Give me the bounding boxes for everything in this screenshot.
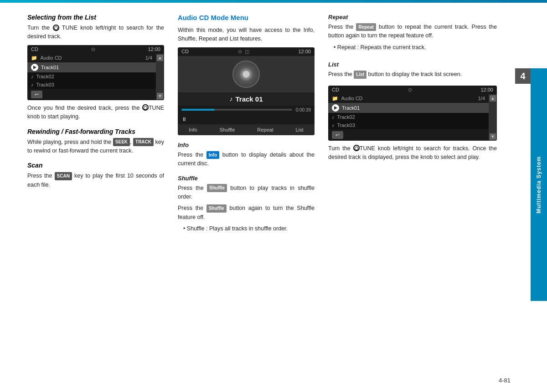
folder-row-left: 📁 Audio CD 1/4 [27,54,156,62]
scroll-up-right[interactable]: ▲ [490,95,496,102]
cd-screen-header-left: CD ⊙ 12:00 [27,45,164,54]
cd-footer-right: ↩ [328,129,489,141]
audio-cd-mode-intro: Within this mode, you will have access t… [178,26,315,44]
cd-big-screen: CD ⊙ ◫ 12:00 ♪ Track 01 0:00:39 [178,47,315,135]
scroll-down-right[interactable]: ▼ [490,133,496,140]
tune-icon-2 [142,104,149,111]
cd-big-header: CD ⊙ ◫ 12:00 [178,47,315,56]
folder-label-right: 📁 Audio CD [332,96,363,102]
cd-screen-left: CD ⊙ 12:00 📁 Audio CD 1/4 [27,45,164,100]
right-sidebar-tab: Multimedia System [531,68,547,301]
cd-screen-right: CD ⊙ 12:00 📁 Audio CD 1/4 [328,86,497,141]
left-column: Selecting from the List Turn the Turn th… [27,14,164,374]
progress-bar-fill [181,109,215,111]
scan-title: Scan [27,162,164,169]
track-row-2-right: ♪ Track02 [328,113,489,121]
menu-shuffle[interactable]: Shuffle [215,126,239,133]
shuffle-key-label-1: Shuffle [207,184,227,192]
back-button-left[interactable]: ↩ [31,91,42,98]
scrollbar-left: ▲ ▼ [156,54,164,100]
scroll-down-left[interactable]: ▼ [157,93,163,99]
seek-key-label: SEEK [113,138,130,146]
selecting-list-title: Selecting from the List [27,14,164,21]
scroll-up-left[interactable]: ▲ [157,55,163,61]
track-row-2-left: ♪ Track02 [27,72,156,81]
cd-progress-area: 0:00:39 [178,106,315,114]
track-row-3-right: ♪ Track03 [328,121,489,129]
cd-menu-bar: Info Shuffle Repeat List [178,124,315,135]
shuffle-key-label-2: Shuffle [206,204,227,213]
cd-big-center: ⊙ ◫ [238,49,249,55]
progress-bar-bg [181,109,292,111]
note-icon-3-left: ♪ [31,82,34,87]
cd-disc-icon [232,61,260,88]
track-name-3-right: Track03 [337,122,355,128]
note-icon-2-left: ♪ [31,74,34,79]
menu-info[interactable]: Info [184,126,201,133]
repeat-bullet: • Repeat : Repeats the current track. [334,43,497,52]
note-icon-big: ♪ [229,95,232,102]
cd-label-left: CD [31,46,38,52]
menu-repeat[interactable]: Repeat [253,126,278,133]
shuffle-bullet: • Shuffle : Plays all tracks in shuffle … [183,224,315,233]
play-icon-1-right [332,104,339,112]
back-button-right[interactable]: ↩ [332,131,343,139]
right-column: Repeat Press the Repeat button to repeat… [328,14,520,374]
selecting-list-body2: Once you find the desired track, press t… [27,104,164,122]
scan-body: Press the SCAN key to play the first 10 … [27,172,164,189]
tune-icon-right [353,145,360,151]
list-body: Press the List button to display the tra… [328,70,497,79]
cd-controls: ⏸ [178,114,315,124]
cd-big-art [178,56,315,92]
track-key-label: TRACK [133,138,154,146]
cd-time-right: 12:00 [480,87,493,92]
right-footer: Turn the TUNE knob left/right to search … [328,144,497,162]
cd-screen-main-left: 📁 Audio CD 1/4 Track01 ♪ [27,54,156,100]
middle-column: Audio CD Mode Menu Within this mode, you… [178,14,315,374]
track-number-right: 1/4 [478,96,485,101]
cd-big-time: 12:00 [298,49,311,54]
list-key-label: List [354,71,366,79]
track-name-3-left: Track03 [36,82,54,87]
track-name-1-right: Track01 [342,105,360,111]
info-title: Info [178,142,315,148]
track-row-1-right: Track01 [328,103,489,113]
cd-screen-content-left: 📁 Audio CD 1/4 Track01 ♪ [27,54,164,100]
cd-screen-content-right: 📁 Audio CD 1/4 Track01 ♪ [328,94,497,141]
info-key-label: Info [206,151,219,159]
cd-time-left: 12:00 [148,46,160,52]
cd-time-display: 0:00:39 [296,107,311,112]
chapter-number: 4 [520,71,525,81]
scrollbar-right: ▲ ▼ [489,94,497,141]
repeat-key-label: Repeat [356,23,376,31]
note-icon-3-right: ♪ [332,122,335,128]
selecting-list-body: Turn the Turn the TUNE knob left/right t… [27,24,164,41]
menu-list[interactable]: List [291,126,308,133]
play-icon-1-left [31,64,38,71]
page-number: 4-81 [499,377,511,384]
track-row-3-left: ♪ Track03 [27,81,156,89]
track-name-2-right: Track02 [337,114,355,120]
chapter-number-box: 4 [515,68,531,84]
folder-label-left: 📁 Audio CD [31,55,62,61]
shuffle-body1: Press the Shuffle button to play tracks … [178,184,315,202]
folder-row-right: 📁 Audio CD 1/4 [328,94,489,103]
cd-track-title: ♪ Track 01 [178,92,315,106]
repeat-title: Repeat [328,14,497,20]
rewind-body: While playing, press and hold the SEEK, … [27,138,164,156]
repeat-body: Press the Repeat button to repeat the cu… [328,23,497,41]
pause-btn[interactable]: ⏸ [181,116,187,122]
cd-center-icon-right: ⊙ [408,87,412,93]
folder-icon-right: 📁 [332,96,338,101]
track-name-2-left: Track02 [36,74,54,79]
shuffle-body2: Press the Shuffle button again to turn t… [178,204,315,222]
play-triangle-1 [33,66,36,69]
cd-label-right: CD [332,87,339,92]
list-title: List [328,61,497,68]
shuffle-title: Shuffle [178,175,315,182]
folder-icon-left: 📁 [31,55,37,61]
cd-center-icon: ⊙ [91,46,95,52]
rewind-title: Rewinding / Fast-forwarding Tracks [27,128,164,135]
info-body: Press the Info button to display details… [178,151,315,168]
track-row-1-left: Track01 [27,62,156,72]
